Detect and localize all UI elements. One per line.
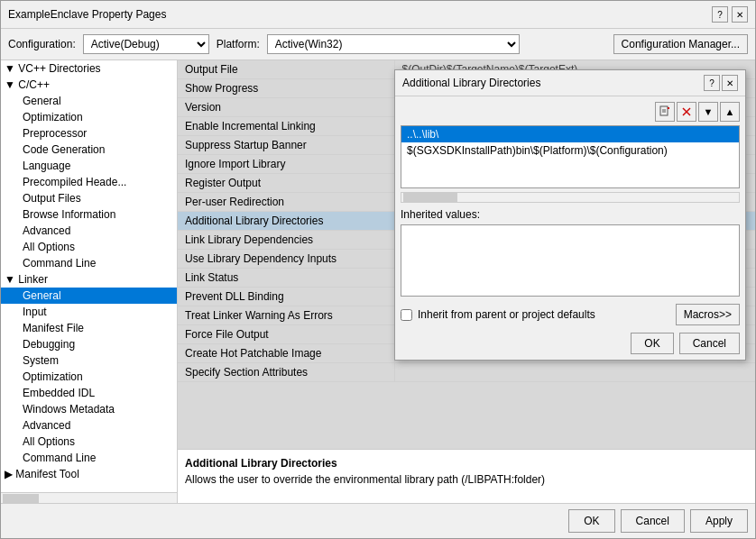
delete-item-button[interactable] (677, 102, 696, 122)
sidebar-item-output-files[interactable]: Output Files (1, 190, 177, 206)
dialog-help-button[interactable]: ? (704, 75, 720, 91)
sidebar-item-browse-information[interactable]: Browse Information (1, 206, 177, 223)
description-title: Additional Library Directories (185, 457, 748, 470)
left-panel: ▼ VC++ Directories ▼ C/C++ General Optim… (1, 60, 178, 503)
inherit-checkbox[interactable] (401, 309, 412, 321)
dir-list[interactable]: ..\..\lib\ $(SGXSDKInstallPath)bin\$(Pla… (401, 125, 740, 188)
props-and-desc: Output File$(OutDir)$(TargetName)$(Targe… (178, 60, 755, 503)
dialog-title-controls: ? ✕ (704, 75, 738, 91)
config-manager-button[interactable]: Configuration Manager... (613, 34, 748, 54)
sidebar-item-linker[interactable]: ▼ Linker (1, 271, 177, 288)
dialog-title-bar: Additional Library Directories ? ✕ (395, 70, 745, 96)
inherit-checkbox-row: Inherit from parent or project defaults … (401, 304, 740, 325)
sidebar-item-linker-all-options[interactable]: All Options (1, 434, 177, 450)
sidebar-item-all-options[interactable]: All Options (1, 239, 177, 255)
delete-icon (681, 106, 692, 117)
close-button[interactable]: ✕ (732, 6, 748, 23)
sidebar-list: ▼ VC++ Directories ▼ C/C++ General Optim… (1, 60, 177, 492)
dir-list-item-0[interactable]: ..\..\lib\ (401, 126, 739, 142)
sidebar-horizontal-scrollbar[interactable] (1, 492, 177, 503)
sidebar-item-optimization[interactable]: Optimization (1, 109, 177, 125)
sidebar-item-preprocessor[interactable]: Preprocessor (1, 125, 177, 142)
ok-button[interactable]: OK (568, 509, 614, 533)
dialog-overlay: Additional Library Directories ? ✕ (178, 60, 755, 449)
config-label: Configuration: (8, 38, 76, 50)
inherited-values-box (401, 224, 740, 297)
sidebar-scroll-thumb (3, 494, 39, 503)
dialog-close-button[interactable]: ✕ (722, 75, 738, 91)
title-bar-controls: ? ✕ (712, 6, 748, 23)
title-bar: ExampleEnclave Property Pages ? ✕ (1, 1, 755, 29)
additional-library-dialog: Additional Library Directories ? ✕ (394, 69, 746, 361)
dir-scroll-thumb (403, 193, 457, 202)
props-scroll-area: Output File$(OutDir)$(TargetName)$(Targe… (178, 60, 755, 449)
dialog-title: Additional Library Directories (402, 77, 540, 89)
new-item-button[interactable] (655, 102, 675, 122)
sidebar-item-embedded-idl[interactable]: Embedded IDL (1, 385, 177, 401)
help-button[interactable]: ? (712, 6, 728, 23)
new-item-icon (659, 105, 671, 118)
sidebar-item-linker-advanced[interactable]: Advanced (1, 417, 177, 434)
sidebar-item-linker-general[interactable]: General (1, 288, 177, 304)
config-select[interactable]: Active(Debug) (83, 34, 209, 54)
cancel-button[interactable]: Cancel (621, 509, 685, 533)
sidebar-item-cpp[interactable]: ▼ C/C++ (1, 77, 177, 93)
inherit-checkbox-label: Inherit from parent or project defaults (418, 308, 595, 321)
sidebar-item-linker-command-line[interactable]: Command Line (1, 450, 177, 466)
inherited-label: Inherited values: (401, 208, 740, 221)
sidebar-item-manifest-file[interactable]: Manifest File (1, 320, 177, 336)
sidebar-item-command-line[interactable]: Command Line (1, 255, 177, 271)
main-window: ExampleEnclave Property Pages ? ✕ Config… (0, 0, 756, 539)
sidebar-item-windows-metadata[interactable]: Windows Metadata (1, 401, 177, 417)
move-down-icon: ▼ (704, 106, 714, 117)
move-down-button[interactable]: ▼ (698, 102, 718, 122)
sidebar-item-general[interactable]: General (1, 93, 177, 109)
dir-list-item-1[interactable]: $(SGXSDKInstallPath)bin\$(Platform)\$(Co… (401, 142, 739, 159)
description-text: Allows the user to override the environm… (185, 473, 748, 486)
sidebar-item-vc-directories[interactable]: ▼ VC++ Directories (1, 60, 177, 77)
dialog-toolbar: ▼ ▲ (401, 102, 740, 122)
apply-button[interactable]: Apply (690, 509, 748, 533)
sidebar-item-linker-optimization[interactable]: Optimization (1, 369, 177, 385)
main-content: ▼ VC++ Directories ▼ C/C++ General Optim… (1, 60, 755, 503)
description-panel: Additional Library Directories Allows th… (178, 449, 755, 503)
svg-rect-0 (660, 106, 668, 115)
bottom-buttons: OK Cancel Apply (1, 503, 755, 538)
sidebar-item-precompiled-headers[interactable]: Precompiled Heade... (1, 174, 177, 190)
sidebar-item-advanced[interactable]: Advanced (1, 223, 177, 239)
sidebar-item-system[interactable]: System (1, 352, 177, 369)
dir-horizontal-scrollbar[interactable] (401, 192, 740, 203)
sidebar-item-code-generation[interactable]: Code Generation (1, 142, 177, 158)
platform-select[interactable]: Active(Win32) (267, 34, 520, 54)
dialog-cancel-button[interactable]: Cancel (679, 333, 740, 354)
sidebar-item-linker-input[interactable]: Input (1, 304, 177, 320)
sidebar-item-debugging[interactable]: Debugging (1, 336, 177, 352)
window-title: ExampleEnclave Property Pages (8, 8, 166, 21)
sidebar-item-manifest-tool[interactable]: ▶ Manifest Tool (1, 466, 177, 482)
config-bar: Configuration: Active(Debug) Platform: A… (1, 29, 755, 60)
move-up-button[interactable]: ▲ (720, 102, 740, 122)
macros-button[interactable]: Macros>> (676, 304, 740, 325)
dialog-body: ▼ ▲ ..\..\lib\ $(SGXSDKInstallPath)bin\$… (395, 96, 745, 360)
platform-label: Platform: (217, 38, 260, 50)
move-up-icon: ▲ (725, 106, 735, 117)
sidebar-item-language[interactable]: Language (1, 158, 177, 174)
dialog-ok-cancel: OK Cancel (631, 333, 740, 354)
dialog-ok-button[interactable]: OK (631, 333, 673, 354)
dialog-bottom-row: OK Cancel (401, 333, 740, 354)
